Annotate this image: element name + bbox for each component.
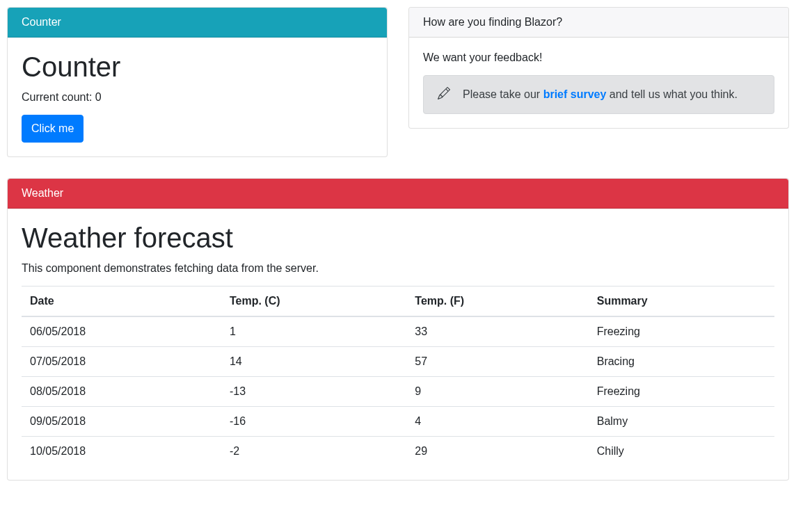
cell-date: 10/05/2018: [22, 437, 221, 467]
col-summary: Summary: [589, 287, 774, 317]
click-me-button[interactable]: Click me: [22, 115, 83, 143]
cell-date: 06/05/2018: [22, 316, 221, 347]
cell-date: 08/05/2018: [22, 377, 221, 407]
cell-date: 07/05/2018: [22, 347, 221, 377]
table-header-row: Date Temp. (C) Temp. (F) Summary: [22, 287, 774, 317]
cell-c: -16: [221, 407, 406, 437]
weather-subtitle: This component demonstrates fetching dat…: [22, 262, 774, 275]
survey-card-body: We want your feedback! Please take our b…: [409, 38, 788, 128]
cell-summary: Balmy: [589, 407, 774, 437]
counter-card: Counter Counter Current count: 0 Click m…: [7, 7, 388, 157]
cell-summary: Freezing: [589, 377, 774, 407]
counter-title: Counter: [22, 51, 373, 83]
cell-date: 09/05/2018: [22, 407, 221, 437]
cell-c: -2: [221, 437, 406, 467]
counter-card-body: Counter Current count: 0 Click me: [8, 38, 387, 156]
survey-card-header: How are you finding Blazor?: [409, 8, 788, 38]
table-row: 06/05/2018133Freezing: [22, 316, 774, 347]
col-date: Date: [22, 287, 221, 317]
cell-f: 29: [406, 437, 588, 467]
cell-f: 33: [406, 316, 588, 347]
col-temp-f: Temp. (F): [406, 287, 588, 317]
weather-title: Weather forecast: [22, 223, 774, 254]
cell-c: 1: [221, 316, 406, 347]
table-row: 08/05/2018-139Freezing: [22, 377, 774, 407]
survey-prompt-text: Please take our brief survey and tell us…: [463, 88, 738, 101]
cell-summary: Freezing: [589, 316, 774, 347]
survey-link[interactable]: brief survey: [543, 88, 607, 100]
cell-c: 14: [221, 347, 406, 377]
table-row: 07/05/20181457Bracing: [22, 347, 774, 377]
cell-f: 4: [406, 407, 588, 437]
survey-alert: Please take our brief survey and tell us…: [423, 75, 774, 114]
cell-summary: Chilly: [589, 437, 774, 467]
cell-f: 9: [406, 377, 588, 407]
weather-table: Date Temp. (C) Temp. (F) Summary 06/05/2…: [22, 286, 774, 466]
counter-card-header: Counter: [8, 8, 387, 38]
survey-prompt-after: and tell us what you think.: [606, 88, 738, 100]
cell-c: -13: [221, 377, 406, 407]
pencil-icon: [438, 87, 450, 102]
survey-card: How are you finding Blazor? We want your…: [408, 7, 789, 129]
cell-f: 57: [406, 347, 588, 377]
feedback-text: We want your feedback!: [423, 51, 774, 64]
col-temp-c: Temp. (C): [221, 287, 406, 317]
table-row: 09/05/2018-164Balmy: [22, 407, 774, 437]
survey-prompt-before: Please take our: [463, 88, 543, 100]
cell-summary: Bracing: [589, 347, 774, 377]
table-row: 10/05/2018-229Chilly: [22, 437, 774, 467]
weather-card-body: Weather forecast This component demonstr…: [8, 209, 788, 480]
counter-count-text: Current count: 0: [22, 91, 373, 104]
weather-card: Weather Weather forecast This component …: [7, 178, 789, 481]
weather-card-header: Weather: [8, 179, 788, 209]
